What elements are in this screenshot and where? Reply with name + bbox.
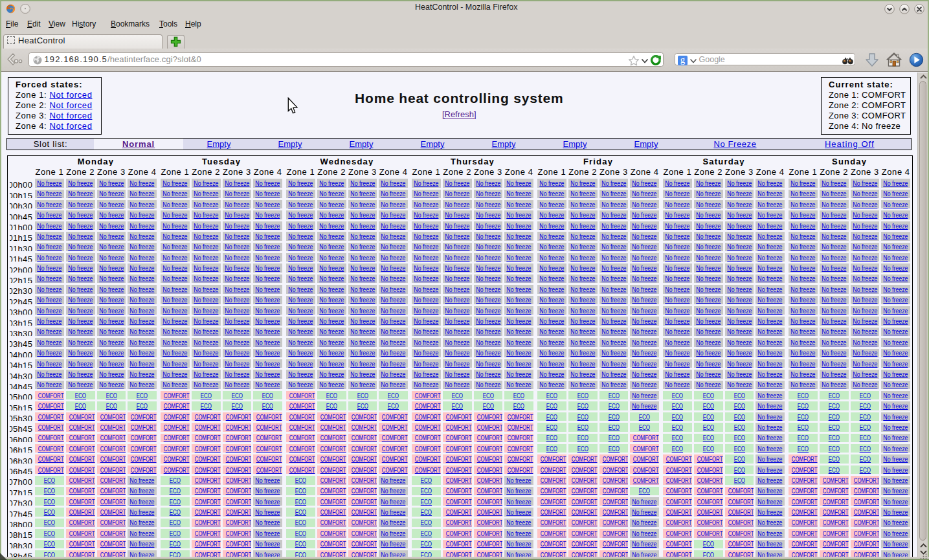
svg-text:g: g [680, 56, 686, 65]
